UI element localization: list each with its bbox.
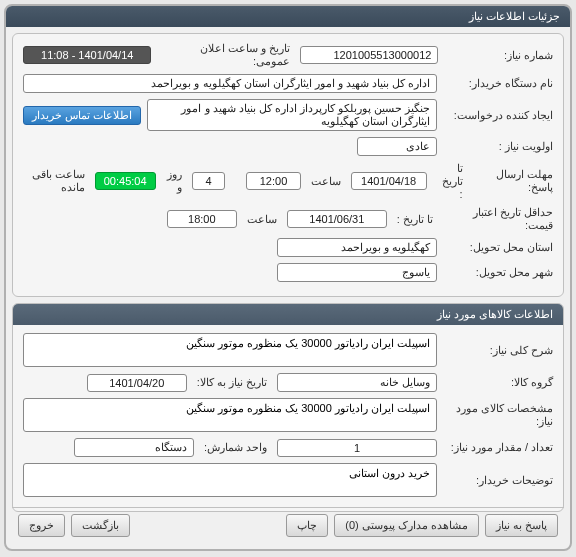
deadline-date-field: 1401/04/18 (351, 172, 427, 190)
validity-time-field: 18:00 (167, 210, 237, 228)
time-label-2: ساعت (243, 213, 281, 226)
footer-bar: پاسخ به نیاز مشاهده مدارک پیوستی (0) چاپ… (12, 507, 564, 543)
contact-buyer-button[interactable]: اطلاعات تماس خریدار (23, 106, 141, 125)
goods-section: اطلاعات کالاهای مورد نیاز شرح کلی نیاز: … (12, 303, 564, 512)
delivery-city-label: شهر محل تحویل: (443, 266, 553, 279)
request-creator-field: جنگیز حسین پوربلکو کارپرداز اداره کل بنی… (147, 99, 437, 131)
goods-group-field: وسایل خانه (277, 373, 437, 392)
unit-label: واحد شمارش: (200, 441, 271, 454)
general-desc-field: اسپیلت ایران رادیاتور 30000 یک منظوره مو… (23, 333, 437, 367)
delivery-province-field: کهگیلویه و بویراحمد (277, 238, 437, 257)
buyer-notes-label: توضیحات خریدار: (443, 474, 553, 487)
goods-section-header: اطلاعات کالاهای مورد نیاز (13, 304, 563, 325)
announce-date-label: تاریخ و ساعت اعلان عمومی: (157, 42, 294, 68)
print-button[interactable]: چاپ (286, 514, 328, 537)
buyer-org-label: نام دستگاه خریدار: (443, 77, 553, 90)
days-left-field: 4 (192, 172, 225, 190)
quantity-field: 1 (277, 439, 437, 457)
attachments-button[interactable]: مشاهده مدارک پیوستی (0) (334, 514, 479, 537)
buyer-notes-field: خرید درون استانی (23, 463, 437, 497)
request-creator-label: ایجاد کننده درخواست: (443, 109, 553, 122)
need-date-label: تاریخ نیاز به کالا: (193, 376, 271, 389)
priority-field: عادی (357, 137, 437, 156)
remaining-label: ساعت باقی مانده (23, 168, 89, 194)
need-date-field: 1401/04/20 (87, 374, 187, 392)
reply-deadline-label: مهلت ارسال پاسخ: (473, 168, 553, 194)
reply-button[interactable]: پاسخ به نیاز (485, 514, 558, 537)
unit-field: دستگاه (74, 438, 194, 457)
general-desc-label: شرح کلی نیاز: (443, 344, 553, 357)
need-info-section: شماره نیاز: 1201005513000012 تاریخ و ساع… (12, 33, 564, 297)
validity-date-field: 1401/06/31 (287, 210, 387, 228)
need-number-label: شماره نیاز: (444, 49, 553, 62)
to-date-label-2: تا تاریخ : (393, 213, 437, 226)
quantity-label: تعداد / مقدار مورد نیاز: (443, 441, 553, 454)
main-container: جزئیات اطلاعات نیاز شماره نیاز: 12010055… (4, 4, 572, 551)
exit-button[interactable]: خروج (18, 514, 65, 537)
min-price-validity-label: حداقل تاریخ اعتبار قیمت: (443, 206, 553, 232)
deadline-time-field: 12:00 (246, 172, 300, 190)
delivery-province-label: استان محل تحویل: (443, 241, 553, 254)
time-left-field: 00:45:04 (95, 172, 156, 190)
goods-group-label: گروه کالا: (443, 376, 553, 389)
to-date-label-1: تا تاریخ : (433, 162, 467, 200)
title-bar: جزئیات اطلاعات نیاز (6, 6, 570, 27)
days-label: روز و (162, 168, 187, 194)
need-number-field: 1201005513000012 (300, 46, 438, 64)
priority-label: اولویت نیاز : (443, 140, 553, 153)
time-label-1: ساعت (307, 175, 345, 188)
delivery-city-field: یاسوج (277, 263, 437, 282)
back-button[interactable]: بازگشت (71, 514, 130, 537)
goods-spec-label: مشخصات کالای مورد نیاز: (443, 402, 553, 428)
buyer-org-field: اداره کل بنیاد شهید و امور ایثارگران است… (23, 74, 437, 93)
goods-spec-field: اسپیلت ایران رادیاتور 30000 یک منظوره مو… (23, 398, 437, 432)
announce-date-field: 1401/04/14 - 11:08 (23, 46, 151, 64)
